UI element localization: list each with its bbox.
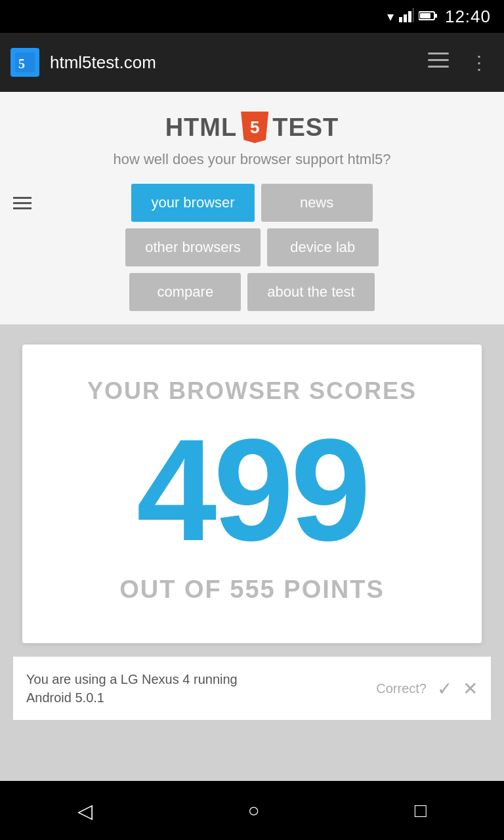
nav-row-2: other browsers device lab bbox=[125, 228, 379, 266]
site-title: HTML 5 TEST bbox=[165, 112, 339, 143]
correct-label: Correct? bbox=[376, 681, 427, 696]
svg-rect-9 bbox=[428, 52, 449, 54]
nav-row-3: compare about the test bbox=[129, 273, 374, 311]
recent-button[interactable]: □ bbox=[395, 793, 446, 828]
title-5-badge: 5 bbox=[241, 112, 268, 143]
svg-text:5: 5 bbox=[18, 56, 25, 71]
status-time: 12:40 bbox=[445, 7, 491, 27]
system-nav-bar: ◁ ○ □ bbox=[0, 781, 504, 840]
nav-btn-news[interactable]: news bbox=[261, 184, 373, 222]
browser-more-icon[interactable]: ⋮ bbox=[465, 47, 494, 79]
page-header: HTML 5 TEST how well does your browser s… bbox=[0, 92, 504, 325]
site-subtitle: how well does your browser support html5… bbox=[113, 151, 390, 168]
nav-buttons: your browser news other browsers device … bbox=[13, 184, 491, 311]
device-info-text: You are using a LG Nexus 4 runningAndroi… bbox=[26, 670, 238, 707]
wifi-icon: ▾ bbox=[387, 9, 394, 24]
svg-marker-2 bbox=[408, 11, 411, 22]
nav-btn-about-test[interactable]: about the test bbox=[247, 273, 374, 311]
hamburger-menu[interactable] bbox=[13, 197, 32, 209]
signal-icon bbox=[399, 8, 413, 26]
close-icon[interactable]: ✕ bbox=[463, 678, 478, 700]
score-label: Your Browser Scores bbox=[87, 377, 417, 405]
svg-rect-11 bbox=[428, 66, 449, 68]
title-test: TEST bbox=[272, 114, 339, 142]
browser-menu-icon[interactable] bbox=[423, 47, 454, 78]
svg-rect-5 bbox=[434, 14, 437, 18]
back-button[interactable]: ◁ bbox=[58, 793, 112, 829]
device-info-bar: You are using a LG Nexus 4 runningAndroi… bbox=[13, 656, 491, 720]
svg-rect-10 bbox=[428, 59, 449, 61]
title-html: HTML bbox=[165, 114, 238, 142]
favicon: 5 bbox=[10, 48, 39, 77]
score-card: Your Browser Scores 499 out of 555 point… bbox=[22, 345, 482, 643]
nav-btn-compare[interactable]: compare bbox=[129, 273, 241, 311]
score-number: 499 bbox=[136, 418, 368, 562]
device-info-actions: Correct? ✓ ✕ bbox=[376, 678, 478, 700]
status-bar: ▾ 12:40 bbox=[0, 0, 504, 33]
toolbar-url: html5test.com bbox=[50, 52, 412, 73]
nav-btn-your-browser[interactable]: your browser bbox=[131, 184, 254, 222]
svg-marker-3 bbox=[413, 8, 413, 22]
battery-icon bbox=[419, 9, 437, 24]
main-content: Your Browser Scores 499 out of 555 point… bbox=[0, 325, 504, 781]
check-icon[interactable]: ✓ bbox=[437, 678, 452, 700]
nav-row-1: your browser news bbox=[131, 184, 372, 222]
score-out-of: out of 555 points bbox=[119, 576, 385, 604]
svg-rect-6 bbox=[420, 13, 430, 18]
status-icons: ▾ bbox=[387, 8, 437, 26]
nav-btn-device-lab[interactable]: device lab bbox=[267, 228, 379, 266]
browser-toolbar: 5 html5test.com ⋮ bbox=[0, 33, 504, 92]
svg-marker-1 bbox=[404, 14, 407, 22]
home-button[interactable]: ○ bbox=[228, 793, 279, 828]
svg-marker-0 bbox=[399, 17, 402, 22]
nav-btn-other-browsers[interactable]: other browsers bbox=[125, 228, 261, 266]
